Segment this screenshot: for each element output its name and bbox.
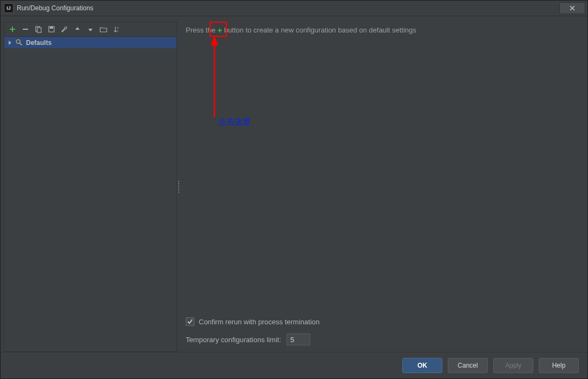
sort-alpha-button[interactable]: a z xyxy=(112,24,121,34)
temp-limit-input[interactable] xyxy=(286,334,310,345)
move-down-button[interactable] xyxy=(86,24,95,34)
save-icon xyxy=(48,25,55,33)
dialog-title: Run/Debug Configurations xyxy=(17,4,93,12)
details-pane: Press the + button to create a new confi… xyxy=(180,22,584,352)
temp-limit-label: Temporary configurations limit: xyxy=(186,336,281,344)
move-up-button[interactable] xyxy=(73,24,82,34)
remove-configuration-button[interactable] xyxy=(21,24,30,34)
copy-icon xyxy=(35,25,42,33)
temp-limit-row: Temporary configurations limit: xyxy=(186,334,579,345)
help-button[interactable]: Help xyxy=(539,358,579,373)
sort-icon: a z xyxy=(113,25,120,33)
hint-plus-icon: + xyxy=(218,25,223,35)
checkmark-icon xyxy=(187,319,193,324)
confirm-rerun-row: Confirm rerun with process termination xyxy=(186,317,579,326)
run-debug-config-dialog: IJ Run/Debug Configurations xyxy=(0,0,588,379)
save-configuration-button[interactable] xyxy=(47,24,56,34)
arrow-up-icon xyxy=(74,25,81,33)
intellij-icon: IJ xyxy=(4,3,14,13)
hint-prefix: Press the xyxy=(186,26,218,34)
add-configuration-button[interactable] xyxy=(8,24,17,34)
cancel-button[interactable]: Cancel xyxy=(448,358,488,373)
dialog-footer: OK Cancel Apply Help xyxy=(1,352,587,378)
copy-configuration-button[interactable] xyxy=(34,24,43,34)
arrow-down-icon xyxy=(87,25,94,33)
expand-icon xyxy=(8,41,13,45)
folder-button[interactable] xyxy=(99,24,108,34)
annotation-arrow-icon xyxy=(209,36,225,117)
annotation-text: 点击这里 xyxy=(218,117,251,127)
apply-button[interactable]: Apply xyxy=(493,358,533,373)
options-area: Confirm rerun with process termination T… xyxy=(186,317,579,345)
tree-node-label: Defaults xyxy=(26,39,51,47)
tree-node-defaults[interactable]: Defaults xyxy=(4,37,177,48)
window-buttons xyxy=(559,2,587,15)
content-area: a z Defaults xyxy=(1,16,587,352)
configurations-tree[interactable]: Defaults xyxy=(4,37,177,351)
svg-marker-13 xyxy=(211,36,218,45)
splitter-handle-icon xyxy=(178,181,179,193)
empty-state-hint: Press the + button to create a new confi… xyxy=(186,25,579,34)
svg-rect-8 xyxy=(50,27,53,29)
confirm-rerun-label: Confirm rerun with process termination xyxy=(199,318,319,326)
edit-defaults-button[interactable] xyxy=(60,24,69,34)
wrench-icon xyxy=(61,25,68,33)
titlebar-left: IJ Run/Debug Configurations xyxy=(4,3,93,13)
close-icon xyxy=(570,5,575,11)
confirm-rerun-checkbox[interactable] xyxy=(186,317,194,326)
close-button[interactable] xyxy=(559,2,585,14)
plus-icon xyxy=(9,25,16,33)
folder-icon xyxy=(100,25,107,33)
titlebar: IJ Run/Debug Configurations xyxy=(1,1,587,16)
svg-text:z: z xyxy=(117,29,119,32)
configurations-pane: a z Defaults xyxy=(4,22,177,352)
hint-suffix: button to create a new configuration bas… xyxy=(222,26,416,34)
wrench-gear-icon xyxy=(15,38,24,47)
ok-button[interactable]: OK xyxy=(402,358,442,373)
minus-icon xyxy=(22,25,29,33)
configurations-toolbar: a z xyxy=(4,22,177,37)
svg-rect-6 xyxy=(37,28,41,32)
